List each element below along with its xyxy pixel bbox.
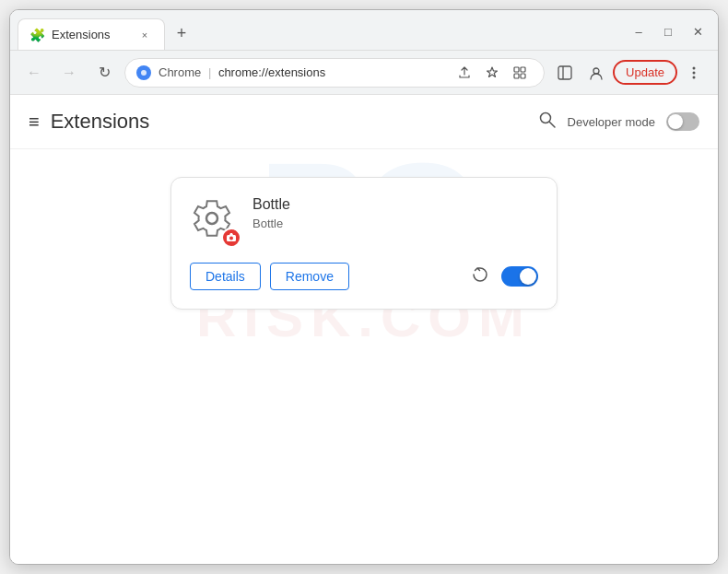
- url-site-name: Chrome: [159, 65, 201, 79]
- toolbar-buttons: Update: [550, 58, 709, 88]
- page-title: Extensions: [51, 110, 150, 134]
- extensions-header: ≡ Extensions Developer mode: [10, 95, 718, 149]
- extensions-toolbar-button[interactable]: [507, 60, 533, 86]
- extension-badge: [221, 228, 241, 248]
- extension-info: Bottle Bottle: [252, 196, 538, 230]
- remove-button[interactable]: Remove: [270, 263, 349, 290]
- url-path: chrome://extensions: [218, 65, 325, 79]
- minimize-button[interactable]: –: [626, 18, 652, 44]
- svg-rect-2: [514, 67, 519, 72]
- tab-close-button[interactable]: ×: [136, 27, 153, 43]
- svg-rect-3: [521, 67, 525, 72]
- url-bar[interactable]: Chrome | chrome://extensions: [124, 58, 545, 88]
- url-action-buttons: [452, 60, 533, 86]
- browser-window: 🧩 Extensions × + – □ ✕ ← → ↻: [9, 9, 719, 565]
- page-content: ≡ Extensions Developer mode PC RISK.COM: [10, 95, 718, 564]
- extension-enable-toggle[interactable]: [501, 266, 538, 287]
- svg-point-9: [693, 66, 696, 69]
- svg-point-15: [229, 237, 233, 240]
- extensions-title-area: ≡ Extensions: [29, 110, 149, 134]
- svg-line-13: [549, 122, 555, 127]
- tab-favicon-icon: 🧩: [29, 28, 44, 42]
- svg-rect-4: [514, 74, 519, 78]
- bookmark-button[interactable]: [479, 60, 505, 86]
- header-right: Developer mode: [538, 111, 699, 134]
- svg-point-1: [141, 70, 147, 76]
- svg-point-11: [693, 76, 696, 78]
- hamburger-menu-icon[interactable]: ≡: [29, 111, 40, 133]
- address-bar: ← → ↻ Chrome | chrome://extensions: [10, 51, 718, 95]
- svg-rect-5: [521, 74, 525, 78]
- details-button[interactable]: Details: [190, 263, 261, 290]
- url-separator: |: [208, 65, 215, 79]
- refresh-button[interactable]: ↻: [89, 58, 119, 88]
- extension-name: Bottle: [252, 196, 538, 213]
- title-bar: 🧩 Extensions × + – □ ✕: [10, 10, 718, 51]
- back-icon: ←: [27, 64, 41, 81]
- svg-rect-6: [558, 66, 571, 79]
- extension-card: Bottle Bottle Details Remove: [170, 177, 558, 310]
- svg-point-12: [540, 112, 550, 123]
- extension-refresh-icon[interactable]: [470, 264, 490, 289]
- update-button[interactable]: Update: [613, 60, 677, 85]
- extension-right-controls: [470, 264, 538, 289]
- site-security-icon: [136, 65, 151, 80]
- developer-mode-label: Developer mode: [568, 115, 655, 129]
- close-button[interactable]: ✕: [685, 18, 710, 44]
- extension-action-buttons: Details Remove: [190, 263, 349, 290]
- new-tab-button[interactable]: +: [169, 20, 194, 46]
- back-button[interactable]: ←: [19, 58, 49, 88]
- svg-point-8: [593, 68, 599, 74]
- extension-actions: Details Remove: [190, 263, 538, 290]
- extension-description: Bottle: [252, 217, 538, 230]
- tab-title: Extensions: [52, 28, 129, 41]
- window-controls: – □ ✕: [626, 18, 710, 50]
- profile-button[interactable]: [581, 58, 611, 88]
- svg-point-10: [693, 71, 696, 74]
- developer-mode-toggle[interactable]: [666, 112, 699, 131]
- sidebar-toggle-button[interactable]: [550, 58, 580, 88]
- refresh-icon: ↻: [99, 64, 111, 81]
- extension-top: Bottle Bottle: [190, 196, 538, 244]
- browser-tab[interactable]: 🧩 Extensions ×: [18, 18, 165, 50]
- search-icon[interactable]: [538, 111, 557, 134]
- maximize-button[interactable]: □: [655, 18, 681, 44]
- url-text: Chrome | chrome://extensions: [159, 65, 325, 79]
- extension-icon-wrapper: [190, 196, 238, 244]
- extensions-list: PC RISK.COM: [10, 149, 718, 337]
- forward-icon: →: [62, 64, 76, 81]
- forward-button[interactable]: →: [54, 58, 84, 88]
- share-button[interactable]: [452, 60, 477, 86]
- chrome-menu-button[interactable]: [679, 58, 709, 88]
